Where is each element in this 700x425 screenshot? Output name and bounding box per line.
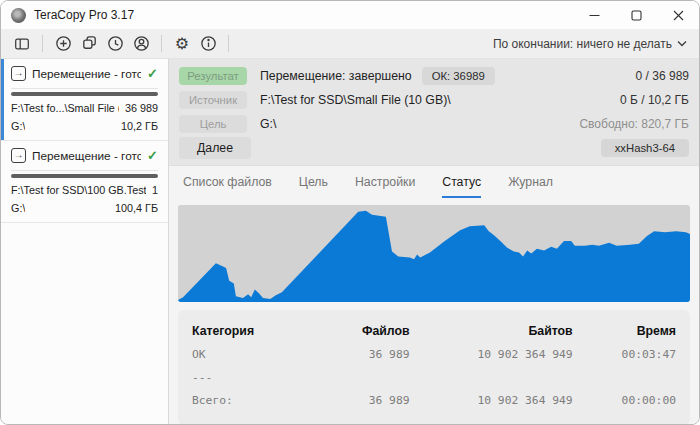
copy-icon[interactable] [76, 32, 102, 56]
move-operation-icon: → [11, 148, 26, 163]
check-icon: ✓ [147, 66, 158, 81]
result-status-text: Перемещение: завершено [260, 69, 412, 83]
task-card-2[interactable]: → Перемещение - готово ✓ F:\Test for SSD… [1, 141, 168, 223]
finish-action-label: По окончании: ничего не делать [493, 37, 672, 51]
toolbar-separator [42, 35, 43, 52]
col-bytes: Байтов [410, 324, 573, 338]
cell-time: 00:00:00 [573, 394, 676, 407]
window-title: TeraCopy Pro 3.17 [34, 8, 134, 22]
cell-bytes: 10 902 364 949 [410, 348, 573, 361]
next-button[interactable]: Далее [179, 137, 251, 159]
ok-count-badge: ОК: 36989 [422, 67, 495, 85]
task-progress [11, 170, 158, 178]
cell-files: 36 989 [317, 348, 409, 361]
stats-table: Категория Файлов Байтов Время OK 36 989 … [178, 310, 690, 425]
result-button[interactable]: Результат [179, 67, 247, 85]
maximize-button[interactable] [615, 1, 657, 29]
task-title: Перемещение - готово [32, 67, 141, 81]
col-files: Файлов [317, 324, 409, 338]
window-controls [573, 1, 699, 29]
selected-task-indicator [1, 59, 4, 140]
task-title: Перемещение - готово [32, 149, 141, 163]
bytes-progress-counter: 0 Б / 10,2 ГБ [620, 93, 689, 107]
add-task-icon[interactable] [50, 32, 76, 56]
finish-action-dropdown[interactable]: По окончании: ничего не делать [493, 37, 687, 51]
target-button[interactable]: Цель [179, 115, 247, 133]
hash-algorithm-button[interactable]: xxHash3-64 [601, 139, 689, 157]
task-source-path: F:\Test for SSD\100 GB.Test [11, 184, 146, 196]
cell-category: Всего: [192, 394, 317, 407]
toolbar-separator [161, 35, 162, 52]
target-path: G:\ [260, 117, 276, 131]
move-operation-icon: → [11, 66, 26, 81]
task-source-path: F:\Test fo...\Small File (10 GB)\ [11, 102, 119, 114]
task-card-1[interactable]: → Перемещение - готово ✓ F:\Test fo...\S… [1, 59, 168, 141]
speed-area-chart [178, 205, 690, 302]
source-path: F:\Test for SSD\Small File (10 GB)\ [260, 93, 451, 107]
task-size: 10,2 ГБ [121, 120, 158, 132]
history-icon[interactable] [102, 32, 128, 56]
task-file-count: 1 [152, 184, 158, 196]
operation-header: Результат Перемещение: завершено ОК: 369… [169, 59, 699, 165]
chevron-down-icon [677, 40, 687, 47]
table-row: OK 36 989 10 902 364 949 00:03:47 [192, 343, 676, 366]
cell-category: --- [192, 371, 317, 384]
settings-icon[interactable]: ⚙ [169, 32, 195, 56]
files-progress-counter: 0 / 36 989 [636, 69, 689, 83]
stats-table-header: Категория Файлов Байтов Время [192, 319, 676, 343]
minimize-button[interactable] [573, 1, 615, 29]
cell-bytes: 10 902 364 949 [410, 394, 573, 407]
tab-file-list[interactable]: Список файлов [183, 175, 272, 198]
toolbar: ⚙ По окончании: ничего не делать [1, 29, 699, 59]
task-file-count: 36 989 [125, 102, 158, 114]
app-icon [11, 8, 26, 23]
task-list-sidebar: → Перемещение - готово ✓ F:\Test fo...\S… [1, 59, 169, 425]
toolbar-separator [228, 35, 229, 52]
col-time: Время [573, 324, 676, 338]
cell-category: OK [192, 348, 317, 361]
task-target-path: G:\ [11, 202, 25, 214]
free-space-label: Свободно: 820,7 ГБ [579, 117, 689, 131]
table-row: --- [192, 366, 676, 389]
tab-status[interactable]: Статус [442, 175, 481, 198]
tab-settings[interactable]: Настройки [355, 175, 415, 198]
col-category: Категория [192, 324, 317, 338]
table-row: Всего: 36 989 10 902 364 949 00:00:00 [192, 389, 676, 412]
tab-log[interactable]: Журнал [508, 175, 553, 198]
task-progress [11, 88, 158, 96]
tab-bar: Список файлов Цель Настройки Статус Журн… [169, 165, 699, 198]
close-button[interactable] [657, 1, 699, 29]
task-target-path: G:\ [11, 120, 25, 132]
panel-toggle-icon[interactable] [9, 32, 35, 56]
account-icon[interactable] [128, 32, 154, 56]
cell-files: 36 989 [317, 394, 409, 407]
cell-time: 00:03:47 [573, 348, 676, 361]
source-button[interactable]: Источник [179, 91, 247, 109]
speed-chart [178, 205, 690, 302]
tab-target[interactable]: Цель [299, 175, 328, 198]
task-size: 100,4 ГБ [115, 202, 158, 214]
check-icon: ✓ [147, 148, 158, 163]
info-icon[interactable] [195, 32, 221, 56]
titlebar: TeraCopy Pro 3.17 [1, 1, 699, 29]
main-panel: Результат Перемещение: завершено ОК: 369… [169, 59, 699, 425]
